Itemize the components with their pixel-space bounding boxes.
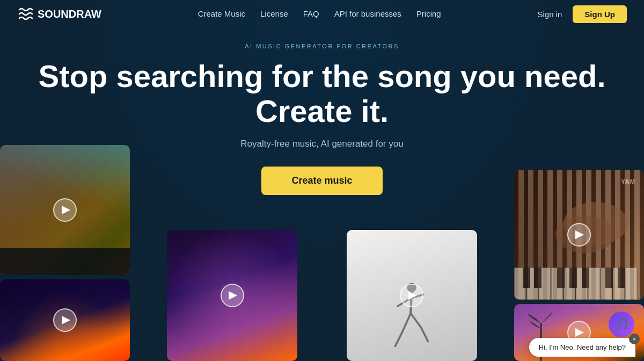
chat-bubble: × Hi, I'm Neo. Need any help? xyxy=(529,338,635,357)
svg-rect-22 xyxy=(582,268,589,288)
piano-keys-svg xyxy=(514,268,644,300)
svg-rect-17 xyxy=(625,268,637,300)
create-music-button[interactable]: Create music xyxy=(261,167,382,195)
nav-license[interactable]: License xyxy=(260,9,288,18)
svg-line-4 xyxy=(402,313,411,332)
sign-in-link[interactable]: Sign in xyxy=(537,10,562,19)
svg-line-7 xyxy=(421,328,428,342)
hero-tagline: AI MUSIC GENERATOR FOR CREATORS xyxy=(0,43,644,49)
nav-pricing[interactable]: Pricing xyxy=(416,9,441,18)
navbar: SOUNDRAW Create Music License FAQ API fo… xyxy=(0,0,644,28)
play-triangle-sunset xyxy=(575,328,584,337)
hero-section: AI MUSIC GENERATOR FOR CREATORS Stop sea… xyxy=(0,28,644,195)
play-triangle-disco xyxy=(229,291,237,300)
thumb-disco[interactable] xyxy=(167,230,297,361)
play-triangle-dancer xyxy=(408,291,417,300)
hero-subtitle: Royalty-free music, AI generated for you xyxy=(0,139,644,149)
nav-links: Create Music License FAQ API for busines… xyxy=(198,9,441,19)
neo-avatar: 🎵 xyxy=(609,312,634,337)
svg-rect-18 xyxy=(523,268,530,288)
svg-rect-23 xyxy=(605,268,613,288)
play-concert[interactable] xyxy=(53,198,77,222)
logo[interactable]: SOUNDRAW xyxy=(17,5,101,23)
svg-rect-21 xyxy=(569,268,577,288)
play-triangle-concert xyxy=(62,206,70,214)
hero-title: Stop searching for the song you need. Cr… xyxy=(0,59,644,129)
play-triangle-city xyxy=(62,316,70,324)
thumb-dancer[interactable] xyxy=(347,230,477,361)
svg-rect-19 xyxy=(534,268,541,288)
chat-close-button[interactable]: × xyxy=(629,334,640,344)
sign-up-button[interactable]: Sign Up xyxy=(573,5,627,23)
nav-faq[interactable]: FAQ xyxy=(303,9,319,18)
thumb-city[interactable] xyxy=(0,279,130,361)
svg-rect-24 xyxy=(618,268,625,288)
play-disco[interactable] xyxy=(221,284,244,307)
nav-create-music[interactable]: Create Music xyxy=(198,9,245,18)
play-piano[interactable] xyxy=(567,223,591,247)
nav-api[interactable]: API for businesses xyxy=(334,9,401,18)
svg-line-6 xyxy=(411,313,421,327)
play-dancer[interactable] xyxy=(400,284,423,307)
svg-rect-20 xyxy=(557,268,565,288)
svg-rect-14 xyxy=(588,268,600,300)
play-triangle-piano xyxy=(575,230,584,239)
nav-right: Sign in Sign Up xyxy=(537,5,627,23)
hero-title-line1: Stop searching for the song you need. xyxy=(39,59,606,93)
svg-line-5 xyxy=(396,332,402,346)
play-city[interactable] xyxy=(53,308,77,332)
chat-message: Hi, I'm Neo. Need any help? xyxy=(539,343,626,351)
logo-text: SOUNDRAW xyxy=(38,8,101,20)
hero-title-line2: Create it. xyxy=(255,93,389,128)
